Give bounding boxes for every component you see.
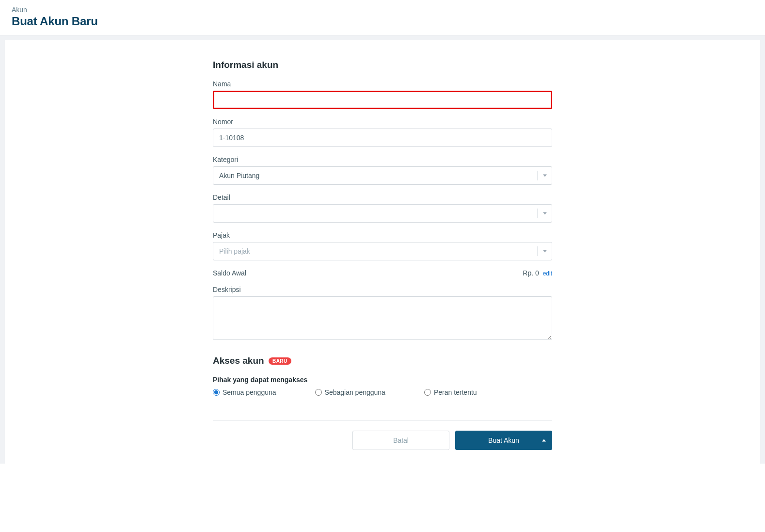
- breadcrumb: Akun: [12, 6, 753, 14]
- section-title-access-text: Akses akun: [213, 355, 264, 366]
- radio-certain-roles-input[interactable]: [424, 389, 431, 396]
- cancel-button-label: Batal: [393, 436, 409, 444]
- label-deskripsi: Deskripsi: [213, 286, 552, 293]
- kategori-selected-value: Akun Piutang: [219, 172, 537, 179]
- create-account-button[interactable]: Buat Akun: [455, 431, 552, 450]
- radio-some-users[interactable]: Sebagian pengguna: [315, 388, 385, 396]
- badge-new: BARU: [269, 357, 291, 365]
- radio-all-users-input[interactable]: [213, 389, 220, 396]
- page-body: Informasi akun Nama Nomor Kategori Akun …: [0, 35, 765, 464]
- field-group-nomor: Nomor: [213, 118, 552, 147]
- label-nomor: Nomor: [213, 118, 552, 126]
- label-detail: Detail: [213, 193, 552, 201]
- field-group-deskripsi: Deskripsi: [213, 286, 552, 342]
- field-group-nama: Nama: [213, 80, 552, 109]
- access-radio-group: Semua pengguna Sebagian pengguna Peran t…: [213, 388, 552, 396]
- radio-all-users-label: Semua pengguna: [223, 388, 276, 396]
- create-account-button-label: Buat Akun: [488, 436, 519, 444]
- label-saldo-awal: Saldo Awal: [213, 269, 246, 277]
- chevron-down-icon: [537, 246, 552, 256]
- detail-select[interactable]: [213, 204, 552, 223]
- radio-some-users-input[interactable]: [315, 389, 322, 396]
- access-subtitle: Pihak yang dapat mengakses: [213, 376, 552, 384]
- radio-all-users[interactable]: Semua pengguna: [213, 388, 276, 396]
- section-title-access: Akses akun BARU: [213, 355, 552, 366]
- field-group-detail: Detail: [213, 193, 552, 223]
- nomor-input[interactable]: [213, 129, 552, 147]
- form-panel: Informasi akun Nama Nomor Kategori Akun …: [5, 40, 760, 464]
- saldo-awal-value: Rp. 0: [523, 269, 539, 277]
- label-nama: Nama: [213, 80, 552, 88]
- label-kategori: Kategori: [213, 156, 552, 163]
- saldo-awal-value-wrap: Rp. 0 edit: [523, 269, 552, 277]
- kategori-select[interactable]: Akun Piutang: [213, 166, 552, 185]
- label-pajak: Pajak: [213, 231, 552, 239]
- section-title-info: Informasi akun: [213, 60, 552, 70]
- cancel-button[interactable]: Batal: [352, 431, 449, 450]
- deskripsi-textarea[interactable]: [213, 296, 552, 340]
- nama-input[interactable]: [213, 91, 552, 109]
- field-group-saldo-awal: Saldo Awal Rp. 0 edit: [213, 269, 552, 277]
- field-group-pajak: Pajak Pilih pajak: [213, 231, 552, 260]
- chevron-down-icon: [537, 209, 552, 218]
- pajak-placeholder: Pilih pajak: [219, 247, 537, 255]
- form-content: Informasi akun Nama Nomor Kategori Akun …: [213, 60, 552, 450]
- page-title: Buat Akun Baru: [12, 15, 753, 28]
- chevron-down-icon: [537, 171, 552, 180]
- action-row: Batal Buat Akun: [213, 431, 552, 450]
- radio-certain-roles-label: Peran tertentu: [434, 388, 477, 396]
- section-access: Akses akun BARU Pihak yang dapat mengaks…: [213, 355, 552, 450]
- page-header: Akun Buat Akun Baru: [0, 0, 765, 35]
- saldo-awal-edit-link[interactable]: edit: [543, 270, 552, 277]
- field-group-kategori: Kategori Akun Piutang: [213, 156, 552, 185]
- divider: [213, 420, 552, 421]
- chevron-up-icon: [542, 439, 546, 442]
- radio-some-users-label: Sebagian pengguna: [325, 388, 385, 396]
- radio-certain-roles[interactable]: Peran tertentu: [424, 388, 477, 396]
- pajak-select[interactable]: Pilih pajak: [213, 242, 552, 260]
